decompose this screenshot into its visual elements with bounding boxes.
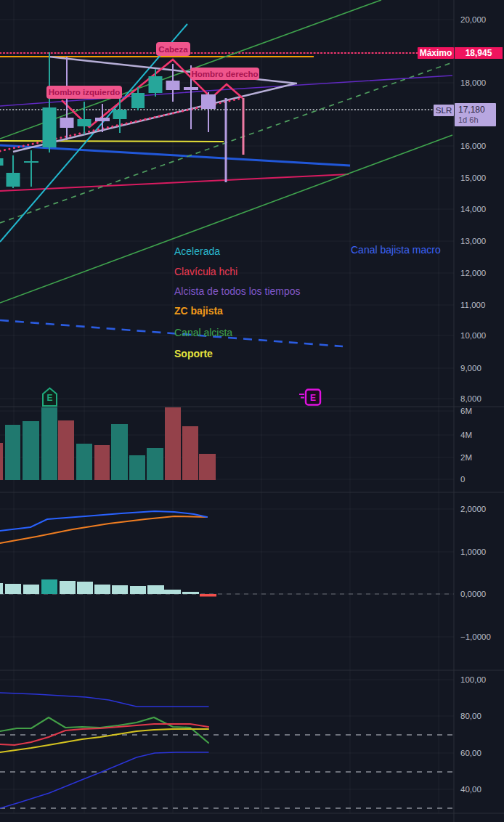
axis-tick-label: 1,0000	[460, 547, 486, 557]
stoch-line-yellow[interactable]	[0, 729, 208, 752]
drawing-label[interactable]: Acelerada	[174, 245, 220, 257]
candle-body-up[interactable]	[24, 161, 38, 163]
axis-tick-label: 13,000	[460, 236, 486, 246]
maximo-axis-value-badge: 18,945	[455, 47, 503, 59]
stoch-line-blue-lower[interactable]	[0, 752, 208, 808]
volume-bar-red[interactable]	[182, 426, 198, 480]
axis-tick-label: 11,000	[460, 300, 485, 310]
axis-tick-label: 20,000	[460, 15, 486, 25]
volume-bar-teal[interactable]	[129, 455, 145, 480]
macd-hist-bar[interactable]	[41, 579, 57, 594]
candle-body-down[interactable]	[184, 87, 198, 90]
volume-bar-teal[interactable]	[41, 407, 57, 480]
volume-bar-red[interactable]	[199, 454, 216, 480]
macd-hist-bar[interactable]	[200, 594, 216, 597]
volume-bar-red[interactable]	[165, 407, 181, 480]
volume-bar-teal[interactable]	[76, 444, 92, 480]
macd-hist-bar[interactable]	[164, 590, 181, 594]
macd-hist-bar[interactable]	[0, 583, 3, 594]
pattern-label[interactable]: Hombro derecho	[190, 68, 259, 80]
macd-hist-bar[interactable]	[60, 581, 76, 594]
candle-body-down[interactable]	[166, 81, 180, 90]
candle-body-down[interactable]	[60, 118, 74, 128]
axis-tick-label: 6M	[460, 406, 472, 416]
candle-body-up[interactable]	[131, 93, 145, 108]
macd-hist-bar[interactable]	[23, 585, 39, 594]
volume-bar-teal[interactable]	[147, 448, 163, 480]
axis-tick-label: 9,000	[460, 363, 481, 373]
drawing-label[interactable]: Soporte	[174, 348, 213, 359]
slr-price: 17,180	[458, 105, 485, 115]
candle-body-up[interactable]	[43, 107, 57, 147]
drawing-label[interactable]: Alcista de todos los tiempos	[174, 285, 301, 297]
svg-text:E: E	[310, 393, 316, 403]
volume-bar-teal[interactable]	[23, 421, 39, 480]
slr-axis-value-badge: 17,180 1d 6h	[455, 103, 496, 126]
axis-tick-label: 10,000	[460, 330, 486, 341]
volume-bar-teal[interactable]	[5, 425, 20, 480]
macd-hist-bar[interactable]	[112, 585, 128, 594]
volume-bar-red[interactable]	[0, 443, 3, 480]
axis-tick-label: 8,000	[460, 394, 481, 404]
axis-tick-label: 2,0000	[460, 504, 486, 514]
axis-tick-label: −1,0000	[460, 632, 491, 642]
axis-tick-label: 100,00	[460, 675, 486, 685]
macd-hist-bar[interactable]	[182, 592, 199, 594]
candle-body-up[interactable]	[78, 119, 92, 126]
drawing-label[interactable]: Canal bajista macro	[351, 244, 441, 256]
trading-chart-app: 20,00018,00016,00015,00014,00013,00012,0…	[0, 0, 504, 822]
stoch-line-green[interactable]	[0, 717, 208, 743]
axis-tick-label: 0	[460, 474, 465, 484]
axis-tick-label: 14,000	[460, 204, 486, 214]
trendline-soporte[interactable]	[0, 141, 224, 142]
drawing-label[interactable]: ZC bajista	[174, 305, 223, 317]
volume-bar-teal[interactable]	[111, 424, 128, 480]
pattern-label[interactable]: Cabeza	[156, 42, 190, 56]
candle-body-up[interactable]	[113, 110, 127, 119]
estimated-earnings-event-icon[interactable]: E	[297, 388, 322, 409]
axis-tick-label: 2M	[460, 452, 472, 463]
candle-body-down[interactable]	[201, 94, 216, 109]
axis-tick-label: 60,00	[460, 748, 481, 758]
volume-bar-red[interactable]	[94, 445, 110, 480]
pattern-label[interactable]: Hombro izquierdo	[46, 86, 122, 99]
axis-tick-label: 80,00	[460, 711, 481, 721]
axis-tick-label: 0,0000	[460, 589, 486, 599]
macd-hist-bar[interactable]	[130, 586, 146, 594]
axis-tick-label: 15,000	[460, 173, 486, 183]
macd-main-line[interactable]	[0, 511, 207, 531]
trendline-clavicula[interactable]	[0, 174, 349, 191]
maximo-price-line-label[interactable]: Máximo	[418, 47, 454, 59]
drawing-label[interactable]: Canal alcista	[174, 327, 232, 338]
axis-tick-label: 4M	[460, 430, 472, 440]
macd-hist-bar[interactable]	[77, 582, 93, 594]
candle-body-up[interactable]	[7, 173, 20, 187]
candle-body-down[interactable]	[95, 118, 110, 121]
axis-tick-label: 18,000	[460, 78, 486, 88]
macd-hist-bar[interactable]	[5, 584, 21, 594]
earnings-event-icon[interactable]: E	[41, 387, 58, 410]
axis-tick-label: 16,000	[460, 141, 486, 151]
volume-bar-red[interactable]	[58, 420, 74, 480]
svg-text:E: E	[46, 393, 52, 403]
drawing-label[interactable]: Clavícula hchi	[174, 266, 237, 277]
axis-tick-label: 40,00	[460, 784, 481, 794]
trendline-canal-bajista-macro[interactable]	[0, 320, 343, 346]
candle-body-up[interactable]	[149, 76, 163, 93]
trendline-bajista-blue[interactable]	[0, 145, 350, 166]
stoch-line-blue-upper[interactable]	[0, 693, 208, 707]
macd-hist-bar[interactable]	[94, 585, 110, 594]
slr-price-line-label[interactable]: SLR	[434, 105, 454, 116]
chart-canvas[interactable]	[0, 0, 504, 822]
axis-tick-label: 12,000	[460, 268, 486, 278]
macd-hist-bar[interactable]	[147, 585, 164, 594]
macd-signal-line[interactable]	[0, 516, 207, 543]
slr-countdown: 1d 6h	[458, 115, 479, 125]
